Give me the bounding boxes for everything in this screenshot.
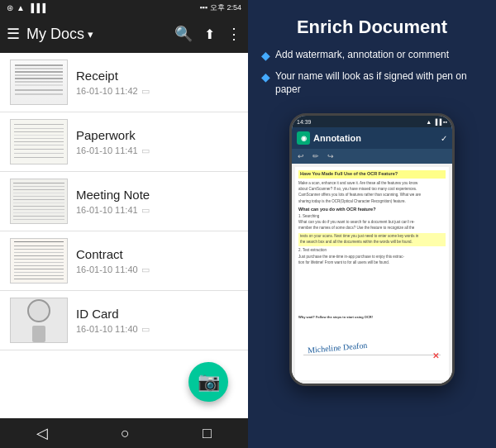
more-options-icon[interactable]: ⋮ [227,25,241,43]
doc-subheading: What can you do with OCR feature? [298,207,446,213]
doc-thumbnail [10,298,68,343]
bullet-icon: ◆ [261,69,270,86]
menu-icon[interactable]: ☰ [7,25,20,43]
pages-icon: ▭ [141,324,150,335]
time-display: 오후 2:54 [210,2,241,13]
doc-name: ID Card [76,307,238,321]
list-item[interactable]: Contract 16-01-10 11:40 ▭ [0,231,248,291]
doc-info: Receipt 16-01-10 11:42 ▭ [76,69,238,97]
doc-info: Paperwork 16-01-10 11:41 ▭ [76,128,238,156]
pages-icon: ▭ [141,86,150,97]
doc-thumbnail [10,119,68,164]
list-item[interactable]: Paperwork 16-01-10 11:41 ▭ [0,112,248,172]
status-bar: ⊛ ▲ ▐▐▐ ▪▪▪ 오후 2:54 [0,0,248,15]
id-photo [32,326,45,342]
bluetooth-icon: ⊛ [7,3,13,12]
doc-date: 16-01-10 11:40 [76,265,138,274]
doc-date: 16-01-10 11:41 [76,145,138,155]
signal-icon: ▐▐▐ [28,3,45,12]
doc-info: ID Card 16-01-10 11:40 ▭ [76,307,238,335]
doc-thumbnail [10,238,68,284]
doc-date: 16-01-10 11:41 [76,205,138,215]
doc-info: Meeting Note 16-01-10 11:41 ▭ [76,188,238,216]
signature-line [303,355,441,355]
phone-time: 14:39 [297,119,312,125]
feature-list: ◆ Add watermark, annotation or comment ◆… [261,48,483,102]
phone-toolbar-title: ◉ Annotation [297,131,361,145]
phone-status-bar: 14:39 ▲ ▐▐ ▪▪ [292,116,452,127]
doc-date: 16-01-10 11:42 [76,86,138,96]
doc-meta: 16-01-10 11:40 ▭ [76,265,238,275]
close-mark[interactable]: ✕ [432,350,439,362]
doc-name: Meeting Note [76,188,238,202]
doc-body-text: sharing today is the OCR(Optical Charact… [298,199,446,204]
doc-heading: Have You Made Full Use of the OCR Featur… [298,170,446,179]
highlight-block: texts on your scans. Next time you just … [298,233,446,247]
doc-meta: 16-01-10 11:40 ▭ [76,324,238,335]
status-right: ▪▪▪ 오후 2:54 [199,2,241,13]
doc-page: Have You Made Full Use of the OCR Featur… [295,167,449,380]
doc-text-line: texts on your scans. Next time you just … [300,234,444,239]
toolbar: ☰ My Docs ▾ 🔍 ⬆ ⋮ [0,15,248,53]
doc-meta: 16-01-10 11:42 ▭ [76,86,238,97]
bullet-icon: ◆ [261,48,270,64]
checkmark-icon[interactable]: ✓ [441,134,447,143]
phone-screen: 14:39 ▲ ▐▐ ▪▪ ◉ Annotation ✓ ↩ ✏ ↪ [292,116,452,384]
camera-icon: 📷 [198,371,220,393]
list-item[interactable]: Meeting Note 16-01-10 11:41 ▭ [0,172,248,231]
phone-title-text: Annotation [313,133,361,143]
doc-list-wrapper: Receipt 16-01-10 11:42 ▭ Paperwork 16-01… [0,53,248,418]
camera-fab-button[interactable]: 📷 [188,362,228,402]
left-panel: ⊛ ▲ ▐▐▐ ▪▪▪ 오후 2:54 ☰ My Docs ▾ 🔍 ⬆ ⋮ [0,0,248,448]
navigation-bar: ◁ ○ □ [0,418,248,448]
doc-text-line: the search box and all the documents wit… [300,240,444,245]
doc-body-text: CamScanner offers you lots of features r… [298,193,446,198]
phone-toolbar: ◉ Annotation ✓ [292,127,452,149]
pages-icon: ▭ [141,145,150,156]
right-panel: Enrich Document ◆ Add watermark, annotat… [248,0,496,448]
phone-doc-content: Have You Made Full Use of the OCR Featur… [292,164,452,384]
feature-text: Your name will look as if signed with pe… [275,69,483,98]
id-seal [27,299,50,322]
doc-info: Contract 16-01-10 11:40 ▭ [76,247,238,275]
pencil-icon[interactable]: ✏ [310,150,322,162]
cloud-upload-icon[interactable]: ⬆ [204,26,215,42]
doc-text-line: tion for lifetime! From want to for all … [298,260,446,265]
wifi-icon: ▲ [17,3,25,12]
redo-icon[interactable]: ↪ [325,150,336,162]
search-icon[interactable]: 🔍 [174,25,193,43]
dropdown-icon[interactable]: ▾ [88,28,93,41]
signature-area: Micheline Deafon [303,335,441,355]
phone-mockup: 14:39 ▲ ▐▐ ▪▪ ◉ Annotation ✓ ↩ ✏ ↪ [289,113,455,386]
doc-list-item: What can you do if you want to search fo… [298,220,446,225]
feature-item: ◆ Your name will look as if signed with … [261,69,483,98]
doc-body-text: Make a scan, enhance it and save it. Are… [298,181,446,186]
doc-list-item: 2. Text extraction [298,248,446,253]
doc-meta: 16-01-10 11:41 ▭ [76,205,238,216]
home-button[interactable]: ○ [104,422,146,446]
doc-date: 16-01-10 11:40 [76,324,138,334]
list-item[interactable]: ID Card 16-01-10 11:40 ▭ [0,291,248,350]
phone-outer: 14:39 ▲ ▐▐ ▪▪ ◉ Annotation ✓ ↩ ✏ ↪ [289,113,455,386]
doc-name: Contract [76,247,238,261]
doc-list-item: 1. Searching [298,214,446,219]
right-panel-title: Enrich Document [297,17,447,38]
doc-thumbnail [10,60,68,105]
phone-icons: ▲ ▐▐ ▪▪ [426,119,447,125]
feature-text: Add watermark, annotation or comment [275,48,449,62]
bottom-cta: Why wait? Follow the steps to start usin… [298,315,446,320]
doc-text-line: Just purchase the one-time in-app purcha… [298,255,446,260]
doc-name: Receipt [76,69,238,83]
undo-icon[interactable]: ↩ [295,150,307,162]
list-item[interactable]: Receipt 16-01-10 11:42 ▭ [0,53,248,112]
toolbar-title: My Docs ▾ [26,26,168,43]
doc-list: Receipt 16-01-10 11:42 ▭ Paperwork 16-01… [0,53,248,350]
doc-meta: 16-01-10 11:41 ▭ [76,145,238,156]
toolbar-actions: 🔍 ⬆ ⋮ [174,25,241,43]
app-icon: ◉ [297,131,310,145]
back-button[interactable]: ◁ [20,421,64,446]
annotation-toolbar: ↩ ✏ ↪ [292,149,452,164]
status-icons: ⊛ ▲ ▐▐▐ [7,3,45,12]
recents-button[interactable]: □ [186,422,228,446]
doc-body-text: about CamScanner? If so, you have missed… [298,187,446,192]
